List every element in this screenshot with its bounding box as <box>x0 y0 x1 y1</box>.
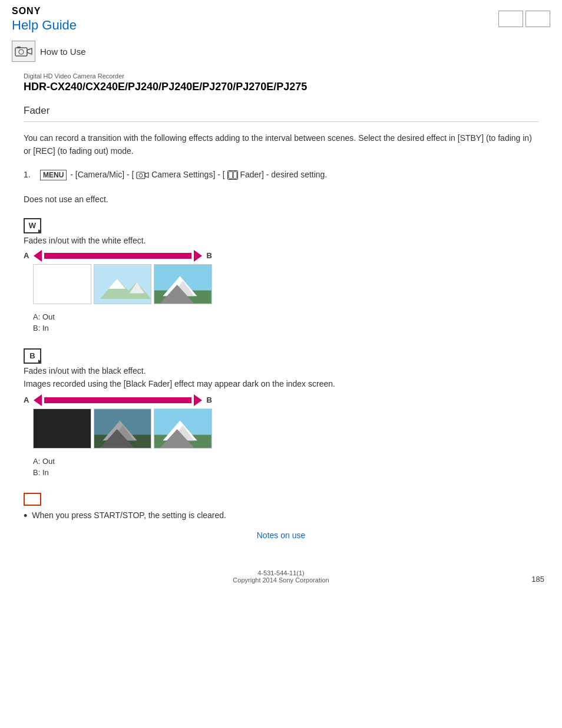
bullet-note-1: • When you press START/STOP, the setting… <box>24 510 538 521</box>
device-model: HDR-CX240/CX240E/PJ240/PJ240E/PJ270/PJ27… <box>24 81 538 93</box>
catalog-number: 4-531-544-11(1) <box>6 569 556 577</box>
fader-inline-icon <box>227 170 238 180</box>
white-img-2 <box>94 264 152 304</box>
camera-icon <box>15 45 32 58</box>
svg-point-6 <box>139 174 143 177</box>
white-a-out: A: Out <box>33 311 538 323</box>
sony-logo: SONY <box>12 6 550 17</box>
black-b-in: B: In <box>33 467 538 479</box>
white-triangle-left <box>34 250 42 262</box>
white-bar-line <box>44 253 191 259</box>
black-fader-icon: B ▶ <box>24 348 41 364</box>
black-img-1 <box>33 409 91 449</box>
white-b-label: B <box>207 251 212 260</box>
svg-rect-3 <box>17 47 21 48</box>
header: SONY Help Guide <box>0 0 562 36</box>
white-fade-diagram: A B <box>24 250 212 304</box>
white-fader-description: Fades in/out with the white effect. <box>24 236 538 245</box>
menu-badge: MENU <box>40 170 67 180</box>
step-content: MENU - [Camera/Mic] - [ Camera Settings]… <box>40 170 327 180</box>
white-ab-labels: A: Out B: In <box>33 311 538 334</box>
notes-on-use-link[interactable]: Notes on use <box>24 531 538 540</box>
w-icon-arrow: ▶ <box>38 229 41 233</box>
black-a-label: A <box>24 396 29 404</box>
help-guide-title: Help Guide <box>12 18 550 33</box>
black-img-2-scene <box>94 409 151 449</box>
top-nav-buttons[interactable] <box>498 11 550 27</box>
white-a-label: A <box>24 251 29 260</box>
effect-off-section: Does not use an effect. <box>24 195 538 204</box>
black-img-2 <box>94 409 152 449</box>
svg-rect-0 <box>15 48 27 56</box>
section-title: Fader <box>24 105 538 122</box>
svg-rect-8 <box>229 172 233 179</box>
bullet-dot: • <box>24 510 27 521</box>
white-img-3-scene <box>154 264 211 304</box>
white-img-2-scene <box>94 264 151 304</box>
bullet-text-1: When you press START/STOP, the setting i… <box>32 510 226 520</box>
instruction-step-1: 1. MENU - [Camera/Mic] - [ Camera Settin… <box>24 170 538 180</box>
how-to-use-label: How to Use <box>40 47 86 57</box>
svg-marker-1 <box>27 48 32 54</box>
svg-point-2 <box>19 50 24 54</box>
svg-rect-4 <box>137 172 145 179</box>
step-text2: Camera Settings] - [ <box>151 170 225 179</box>
white-fade-images <box>33 264 212 304</box>
camera-settings-inline-icon <box>136 170 149 180</box>
black-ab-labels: A: Out B: In <box>33 456 538 479</box>
svg-rect-9 <box>233 172 237 179</box>
nav-prev-button[interactable] <box>498 11 523 27</box>
black-bar-line <box>44 397 191 403</box>
white-img-3 <box>154 264 212 304</box>
white-fader-icon: W ▶ <box>24 218 41 233</box>
note-section: • When you press START/STOP, the setting… <box>24 493 538 521</box>
intro-text: You can record a transition with the fol… <box>24 131 538 158</box>
white-b-in: B: In <box>33 322 538 334</box>
how-to-use-bar: How to Use <box>0 36 562 67</box>
black-a-out: A: Out <box>33 456 538 467</box>
main-content: Digital HD Video Camera Recorder HDR-CX2… <box>0 67 562 564</box>
camera-icon-box <box>12 41 35 62</box>
effect-white-section: W ▶ Fades in/out with the white effect. … <box>24 218 538 334</box>
black-img-3-scene <box>154 409 211 449</box>
page-number: 185 <box>531 575 544 584</box>
device-subtitle: Digital HD Video Camera Recorder <box>24 73 538 80</box>
black-b-label: B <box>207 396 212 404</box>
note-icon-box <box>24 493 41 506</box>
black-triangle-right <box>194 394 202 406</box>
svg-rect-14 <box>94 265 151 304</box>
effect-off-label: Does not use an effect. <box>24 195 538 204</box>
footer: 4-531-544-11(1) Copyright 2014 Sony Corp… <box>0 564 562 589</box>
copyright-text: Copyright 2014 Sony Corporation <box>6 577 556 584</box>
black-triangle-left <box>34 394 42 406</box>
black-fader-note: Images recorded using the [Black Fader] … <box>24 379 538 388</box>
black-fade-diagram: A B <box>24 394 212 449</box>
svg-rect-25 <box>94 409 151 448</box>
black-img-3 <box>154 409 212 449</box>
white-img-1 <box>33 264 91 304</box>
black-fade-images <box>33 409 212 449</box>
step-text3: Fader] - desired setting. <box>240 170 327 179</box>
nav-next-button[interactable] <box>525 11 550 27</box>
black-fader-description: Fades in/out with the black effect. <box>24 366 538 375</box>
b-icon-arrow: ▶ <box>38 359 41 364</box>
effect-black-section: B ▶ Fades in/out with the black effect. … <box>24 348 538 479</box>
svg-marker-5 <box>145 173 148 177</box>
step-text1: - [Camera/Mic] - [ <box>70 170 134 179</box>
white-triangle-right <box>194 250 202 262</box>
step-number: 1. <box>24 170 35 179</box>
